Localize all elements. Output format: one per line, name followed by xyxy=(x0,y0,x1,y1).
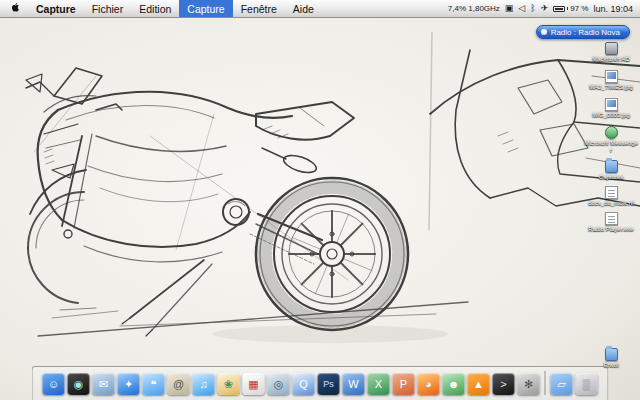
desktop-icon-captures[interactable]: Captures xyxy=(584,160,638,181)
display-icon[interactable]: ▣ xyxy=(505,4,514,13)
battery-percent: 97 % xyxy=(570,4,588,13)
desktop-icon-label: Macintosh HD xyxy=(592,56,630,63)
battery-icon xyxy=(553,6,565,12)
drive-icon xyxy=(605,42,618,55)
ical-glyph-icon: ▦ xyxy=(248,379,258,390)
apple-menu-icon[interactable] xyxy=(0,0,28,17)
trash-glyph-icon: ▒ xyxy=(583,379,591,390)
notification-label: Radio : Radio Nova xyxy=(551,28,620,37)
dock-icon-msn-messenger[interactable]: ☻ xyxy=(443,373,465,395)
dock-icon-folder-documents[interactable]: ▱ xyxy=(551,373,573,395)
menu-bar: Capture Fichier Edition Capture Fenêtre … xyxy=(0,0,640,18)
volume-icon[interactable]: ◁ xyxy=(518,4,525,13)
menu-edition[interactable]: Edition xyxy=(131,0,179,17)
battery-indicator[interactable]: 97 % xyxy=(553,4,588,13)
dock-icon-mail[interactable]: ✉ xyxy=(93,373,115,395)
dock-icon-safari[interactable]: ✦ xyxy=(118,373,140,395)
mail-glyph-icon: ✉ xyxy=(99,379,108,390)
word-glyph-icon: W xyxy=(348,379,358,390)
powerpoint-glyph-icon: P xyxy=(400,379,407,390)
iphoto-glyph-icon: ❀ xyxy=(224,379,233,390)
notification-close-icon[interactable] xyxy=(541,29,547,35)
dock-icon-ical[interactable]: ▦ xyxy=(243,373,265,395)
excel-glyph-icon: X xyxy=(375,379,382,390)
desktop-icon-macintosh-hd[interactable]: Macintosh HD xyxy=(584,42,638,63)
menu-fenetre[interactable]: Fenêtre xyxy=(233,0,285,17)
desktop-icon-microsoft-messenger[interactable]: Microsoft Messenger xyxy=(584,126,638,154)
app-menu-capture[interactable]: Capture xyxy=(28,0,84,17)
dock-icon-quicktime[interactable]: Q xyxy=(293,373,315,395)
bluetooth-icon[interactable]: ᛒ xyxy=(530,4,535,13)
dock-icon-trash[interactable]: ▒ xyxy=(576,373,598,395)
desktop-icon-label: Radio Player.exe xyxy=(588,226,633,233)
folder-documents-glyph-icon: ▱ xyxy=(557,379,565,390)
dock-icon-ichat[interactable]: ❝ xyxy=(143,373,165,395)
preview-glyph-icon: ◎ xyxy=(274,379,284,390)
system-preferences-glyph-icon: ✻ xyxy=(524,379,533,390)
dock-icon-photoshop[interactable]: Ps xyxy=(318,373,340,395)
photoshop-glyph-icon: Ps xyxy=(323,380,334,389)
dock-icon-itunes[interactable]: ♫ xyxy=(193,373,215,395)
desktop-icon-label: docs_du_mois.rtf xyxy=(588,200,634,207)
itunes-glyph-icon: ♫ xyxy=(199,379,207,390)
image-icon xyxy=(605,70,618,83)
mac-desktop: Capture Fichier Edition Capture Fenêtre … xyxy=(0,0,640,400)
finder-glyph-icon: ☺ xyxy=(48,379,59,390)
desktop-icon-docs-du-mois-rtf[interactable]: docs_du_mois.rtf xyxy=(584,186,638,207)
quicktime-glyph-icon: Q xyxy=(299,379,308,390)
dock-separator xyxy=(545,371,546,395)
desktop-icon-maj-times-jpg[interactable]: MAJ_TIMES.jpg xyxy=(584,70,638,91)
dock-icon-firefox[interactable]: ◕ xyxy=(418,373,440,395)
dock-icon-system-preferences[interactable]: ✻ xyxy=(518,373,540,395)
dock-icon-word[interactable]: W xyxy=(343,373,365,395)
dashboard-glyph-icon: ◉ xyxy=(74,379,84,390)
desktop-icon-label: Captures xyxy=(599,174,623,181)
desktop-icon-label: Microsoft Messenger xyxy=(584,140,638,154)
msn-messenger-glyph-icon: ☻ xyxy=(448,379,460,390)
dock-icon-powerpoint[interactable]: P xyxy=(393,373,415,395)
dock-icon-finder[interactable]: ☺ xyxy=(43,373,65,395)
radio-notification[interactable]: Radio : Radio Nova xyxy=(536,25,630,39)
safari-glyph-icon: ✦ xyxy=(124,379,133,390)
desktop-icon-label: MAJ_TIMES.jpg xyxy=(589,84,632,91)
desktop-area[interactable] xyxy=(0,18,640,400)
desktop-icon-label: IMG_0003.jpg xyxy=(592,112,630,119)
dock-icon-dashboard[interactable]: ◉ xyxy=(68,373,90,395)
folder-icon xyxy=(605,348,618,361)
desktop-icon-radio-player-exe[interactable]: Radio Player.exe xyxy=(584,212,638,233)
motorcycle-sketch-wallpaper xyxy=(0,18,640,400)
menu-bar-status-area: 7,4% 1,80GHz ▣ ◁ ᛒ ✈ 97 % lun. 19:04 xyxy=(448,4,640,14)
doc-icon xyxy=(605,186,618,199)
dock: ☺◉✉✦❝@♫❀▦◎QPsWXP◕☻▲>✻▱▒ xyxy=(32,366,609,400)
menu-bar-clock[interactable]: lun. 19:04 xyxy=(593,4,633,14)
desktop-icon-img-0003-jpg[interactable]: IMG_0003.jpg xyxy=(584,98,638,119)
dock-icon-address-book[interactable]: @ xyxy=(168,373,190,395)
dock-icon-terminal[interactable]: > xyxy=(493,373,515,395)
app-icon xyxy=(605,126,618,139)
firefox-glyph-icon: ◕ xyxy=(425,379,432,390)
menu-capture-selected[interactable]: Capture xyxy=(179,0,232,17)
doc-icon xyxy=(605,212,618,225)
ichat-glyph-icon: ❝ xyxy=(151,379,157,390)
terminal-glyph-icon: > xyxy=(500,379,506,390)
dock-icon-iphoto[interactable]: ❀ xyxy=(218,373,240,395)
dock-icon-preview[interactable]: ◎ xyxy=(268,373,290,395)
menu-fichier[interactable]: Fichier xyxy=(84,0,132,17)
menu-aide[interactable]: Aide xyxy=(285,0,322,17)
cpu-meter[interactable]: 7,4% 1,80GHz xyxy=(448,4,500,13)
address-book-glyph-icon: @ xyxy=(173,379,184,390)
dock-icon-excel[interactable]: X xyxy=(368,373,390,395)
airport-icon[interactable]: ✈ xyxy=(541,4,549,13)
dock-icon-vlc[interactable]: ▲ xyxy=(468,373,490,395)
image-icon xyxy=(605,98,618,111)
vlc-glyph-icon: ▲ xyxy=(473,379,484,390)
folder-icon xyxy=(605,160,618,173)
